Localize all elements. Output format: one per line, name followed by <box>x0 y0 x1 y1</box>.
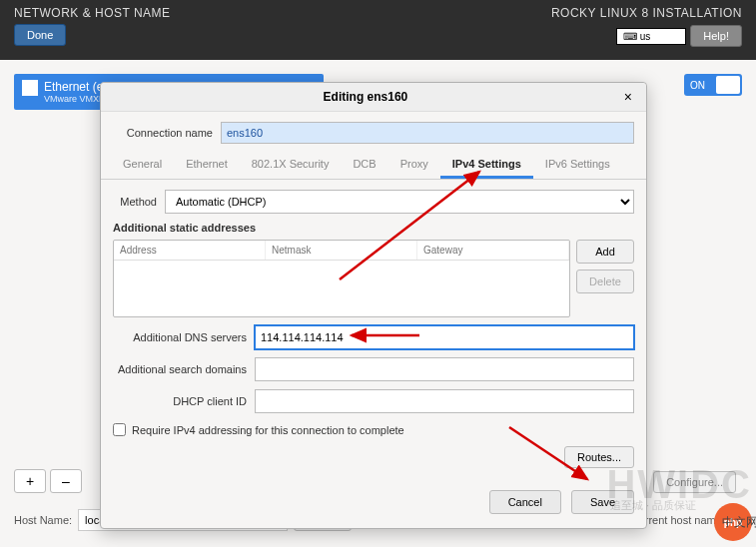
dhcp-client-id-label: DHCP client ID <box>113 395 247 407</box>
delete-address-button[interactable]: Delete <box>576 270 634 293</box>
search-domains-label: Additional search domains <box>113 363 247 375</box>
tab-proxy[interactable]: Proxy <box>388 152 440 179</box>
addresses-table[interactable]: Address Netmask Gateway <box>113 240 570 317</box>
close-icon[interactable]: × <box>620 89 636 105</box>
dhcp-client-id-input[interactable] <box>255 389 634 413</box>
connection-name-input[interactable] <box>221 122 634 144</box>
topbar: NETWORK & HOST NAME Done ROCKY LINUX 8 I… <box>0 0 756 60</box>
tab-general[interactable]: General <box>111 152 174 179</box>
dialog-title: Editing ens160 <box>111 90 620 104</box>
edit-connection-dialog: Editing ens160 × Connection name General… <box>100 82 647 529</box>
tab-8021x[interactable]: 802.1X Security <box>240 152 342 179</box>
hostname-label: Host Name: <box>14 514 72 526</box>
col-netmask: Netmask <box>266 241 417 260</box>
dns-servers-input[interactable] <box>255 325 634 349</box>
php-badge-text: 中文网 <box>722 514 756 531</box>
add-device-button[interactable]: + <box>14 469 46 493</box>
help-button[interactable]: Help! <box>690 25 742 47</box>
tab-ethernet[interactable]: Ethernet <box>174 152 240 179</box>
require-ipv4-checkbox[interactable] <box>113 423 126 436</box>
tab-ipv6-settings[interactable]: IPv6 Settings <box>533 152 622 179</box>
ethernet-icon <box>22 80 38 96</box>
method-label: Method <box>113 196 157 208</box>
distro-label: ROCKY LINUX 8 INSTALLATION <box>551 6 742 20</box>
done-button[interactable]: Done <box>14 24 66 46</box>
add-address-button[interactable]: Add <box>576 240 634 264</box>
tab-dcb[interactable]: DCB <box>341 152 387 179</box>
dns-servers-label: Additional DNS servers <box>113 331 247 343</box>
connection-name-label: Connection name <box>113 127 213 139</box>
require-ipv4-label: Require IPv4 addressing for this connect… <box>132 424 404 436</box>
tab-ipv4-settings[interactable]: IPv4 Settings <box>440 152 533 179</box>
search-domains-input[interactable] <box>255 357 634 381</box>
additional-addresses-heading: Additional static addresses <box>113 222 634 234</box>
connection-toggle[interactable]: ON <box>684 74 742 96</box>
tabs: General Ethernet 802.1X Security DCB Pro… <box>101 152 646 180</box>
page-title: NETWORK & HOST NAME <box>14 6 171 20</box>
keyboard-indicator[interactable]: us <box>616 28 686 45</box>
remove-device-button[interactable]: – <box>50 469 82 493</box>
watermark-small: 追至城 · 品质保证 <box>610 498 696 513</box>
method-select[interactable]: Automatic (DHCP) <box>165 190 634 214</box>
cancel-button[interactable]: Cancel <box>489 490 561 514</box>
col-gateway: Gateway <box>417 241 569 260</box>
col-address: Address <box>114 241 266 260</box>
